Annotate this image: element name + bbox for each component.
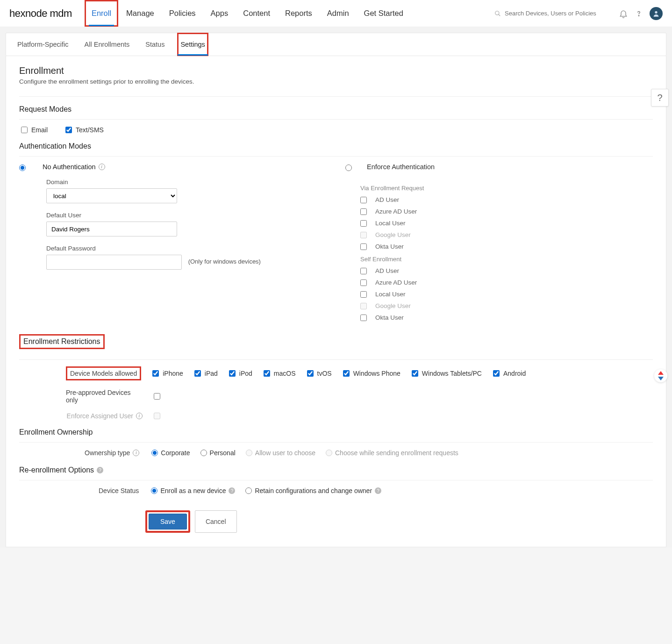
via-okta-user[interactable]: Okta User <box>360 243 653 250</box>
question-icon[interactable]: ? <box>97 467 103 473</box>
nav-admin[interactable]: Admin <box>321 0 356 26</box>
model-wintablet-label: Windows Tablets/PC <box>422 370 482 377</box>
self-azure-ad-user[interactable]: Azure AD User <box>360 279 653 286</box>
nav-manage[interactable]: Manage <box>120 0 161 26</box>
self-okta-user[interactable]: Okta User <box>360 314 653 321</box>
nav-policies[interactable]: Policies <box>163 0 202 26</box>
ownership-corporate-label: Corporate <box>161 449 190 457</box>
self-okta-label: Okta User <box>375 314 404 321</box>
model-android[interactable]: Android <box>493 370 526 377</box>
model-iphone-cb[interactable] <box>152 370 159 377</box>
via-google-user: Google User <box>360 231 653 238</box>
nav-getstarted[interactable]: Get Started <box>357 0 410 26</box>
model-winphone-cb[interactable] <box>343 370 350 377</box>
model-tvos-cb[interactable] <box>307 370 314 377</box>
self-local-user[interactable]: Local User <box>360 291 653 298</box>
model-android-cb[interactable] <box>493 370 500 377</box>
section-restrictions: Enrollment Restrictions <box>19 334 105 349</box>
request-email[interactable]: Email <box>21 126 48 134</box>
model-ipod[interactable]: iPod <box>229 370 252 377</box>
info-icon[interactable]: i <box>99 164 105 170</box>
tab-status[interactable]: Status <box>143 33 167 56</box>
request-modes-row: Email Text/SMS <box>21 126 653 134</box>
request-email-checkbox[interactable] <box>21 127 28 133</box>
model-ipad-cb[interactable] <box>194 370 201 377</box>
domain-select[interactable]: local <box>46 188 177 203</box>
tab-settings[interactable]: Settings <box>178 33 207 56</box>
no-auth-radio-row[interactable]: No Authentication i <box>19 163 327 171</box>
self-ad-user-cb[interactable] <box>360 268 367 274</box>
help-icon[interactable] <box>635 9 643 18</box>
info-icon[interactable]: i <box>133 450 139 456</box>
ownership-corporate-radio[interactable] <box>151 450 158 456</box>
model-ipad[interactable]: iPad <box>194 370 218 377</box>
model-tvos[interactable]: tvOS <box>307 370 332 377</box>
self-okta-user-cb[interactable] <box>360 315 367 321</box>
nav-content[interactable]: Content <box>236 0 277 26</box>
via-azure-ad-user-cb[interactable] <box>360 208 367 215</box>
model-wintablet[interactable]: Windows Tablets/PC <box>412 370 482 377</box>
nav-apps[interactable]: Apps <box>204 0 235 26</box>
self-ad-user[interactable]: AD User <box>360 267 653 274</box>
reenroll-retain[interactable]: Retain configurations and change owner ? <box>245 487 381 494</box>
reenroll-new-radio[interactable] <box>151 487 157 494</box>
via-ad-user-cb[interactable] <box>360 197 367 203</box>
info-icon[interactable]: i <box>136 413 143 419</box>
nav-enroll[interactable]: Enroll <box>85 0 118 26</box>
self-google-user-cb <box>360 303 367 309</box>
svg-point-3 <box>655 11 657 13</box>
save-button[interactable]: Save <box>149 514 187 530</box>
ownership-personal-radio[interactable] <box>200 450 207 456</box>
question-icon[interactable]: ? <box>229 487 235 494</box>
ownership-personal-label: Personal <box>210 449 236 457</box>
model-macos[interactable]: macOS <box>264 370 296 377</box>
model-ipod-cb[interactable] <box>229 370 236 377</box>
via-local-user-cb[interactable] <box>360 220 367 227</box>
auth-no-auth-col: No Authentication i Domain local Default… <box>19 163 327 326</box>
default-user-input[interactable] <box>46 222 177 236</box>
model-winphone[interactable]: Windows Phone <box>343 370 400 377</box>
device-status-label: Device Status <box>99 487 139 494</box>
preapproved-row: Pre-approved Devices only <box>66 389 653 404</box>
request-textsms-checkbox[interactable] <box>65 127 72 133</box>
section-request-modes: Request Modes <box>19 105 653 114</box>
auth-two-col: No Authentication i Domain local Default… <box>19 163 653 326</box>
page-title: Enrollment <box>19 65 653 76</box>
enforce-auth-radio-row[interactable]: Enforce Authentication <box>345 163 653 177</box>
cancel-button[interactable]: Cancel <box>195 510 237 533</box>
no-auth-radio[interactable] <box>19 165 26 171</box>
self-google-label: Google User <box>375 302 411 309</box>
nav-reports[interactable]: Reports <box>279 0 319 26</box>
via-okta-user-cb[interactable] <box>360 243 367 250</box>
ownership-corporate[interactable]: Corporate <box>151 449 190 457</box>
bell-icon[interactable] <box>619 9 628 18</box>
default-password-input[interactable] <box>46 255 182 270</box>
via-local-user[interactable]: Local User <box>360 220 653 227</box>
search-input[interactable] <box>505 10 608 17</box>
via-azure-ad-user[interactable]: Azure AD User <box>360 208 653 215</box>
ownership-personal[interactable]: Personal <box>200 449 236 457</box>
question-icon[interactable]: ? <box>375 487 381 494</box>
avatar[interactable] <box>650 7 663 20</box>
reenroll-new[interactable]: Enroll as a new device ? <box>151 487 235 494</box>
via-ad-user[interactable]: AD User <box>360 196 653 203</box>
model-wintablet-cb[interactable] <box>412 370 418 377</box>
self-local-user-cb[interactable] <box>360 291 367 298</box>
domain-field: Domain local <box>46 179 327 203</box>
via-google-label: Google User <box>375 231 411 238</box>
request-textsms[interactable]: Text/SMS <box>65 126 104 134</box>
self-azure-ad-user-cb[interactable] <box>360 279 367 286</box>
model-winphone-label: Windows Phone <box>353 370 400 377</box>
feedback-widget[interactable] <box>654 369 667 382</box>
preapproved-checkbox[interactable] <box>154 393 160 400</box>
reenroll-retain-radio[interactable] <box>245 487 252 494</box>
content-area: Platform-Specific All Enrollments Status… <box>0 27 672 547</box>
top-icons <box>619 7 663 20</box>
tab-all-enrollments[interactable]: All Enrollments <box>82 33 133 56</box>
reenroll-retain-label: Retain configurations and change owner <box>255 487 372 494</box>
enforce-auth-radio[interactable] <box>345 165 352 171</box>
context-help-button[interactable]: ? <box>651 89 669 107</box>
model-iphone[interactable]: iPhone <box>152 370 183 377</box>
tab-platform-specific[interactable]: Platform-Specific <box>14 33 71 56</box>
model-macos-cb[interactable] <box>264 370 270 377</box>
